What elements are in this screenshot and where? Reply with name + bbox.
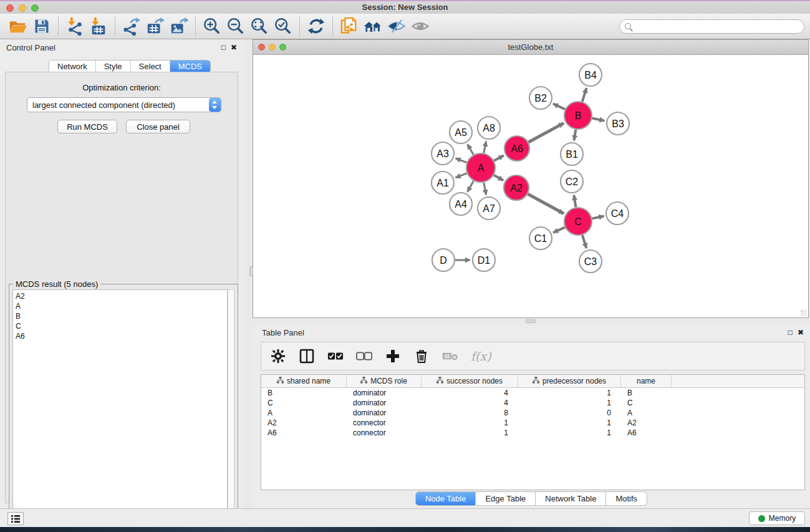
edge-A-A2[interactable]: [494, 175, 503, 181]
close-panel-button[interactable]: Close panel: [126, 120, 190, 133]
table-cell[interactable]: C: [621, 398, 672, 408]
edge-A6-B[interactable]: [528, 123, 564, 142]
deselect-all-rows-icon[interactable]: [356, 348, 372, 364]
result-list-item[interactable]: A: [16, 301, 227, 311]
table-cell[interactable]: 4: [422, 398, 518, 408]
table-cell[interactable]: connector: [347, 428, 422, 438]
table-options-gear-icon[interactable]: [270, 348, 286, 364]
hide-selected-eye-icon[interactable]: [385, 15, 408, 37]
close-window-button[interactable]: [6, 4, 14, 12]
zoom-window-button[interactable]: [31, 4, 39, 12]
table-header-row[interactable]: shared nameMCDS rolesuccessor nodesprede…: [261, 375, 804, 388]
column-header-predecessor-nodes[interactable]: predecessor nodes: [518, 375, 621, 387]
show-column-icon[interactable]: [299, 348, 315, 364]
vertical-divider-grip[interactable]: [249, 266, 253, 276]
edge-B-B1[interactable]: [574, 130, 576, 141]
delete-column-trash-icon[interactable]: [413, 348, 430, 364]
tab-edge-table[interactable]: Edge Table: [476, 491, 536, 506]
edge-A-A7[interactable]: [484, 183, 486, 195]
table-row[interactable]: Adominator80A: [261, 408, 804, 418]
edge-A-A3[interactable]: [456, 158, 467, 163]
edge-A2-C[interactable]: [528, 194, 564, 213]
result-list-item[interactable]: B: [16, 311, 227, 321]
table-row[interactable]: A6connector11A6: [261, 428, 804, 438]
table-cell[interactable]: A6: [621, 428, 672, 438]
edge-B-B3[interactable]: [592, 118, 605, 121]
table-cell[interactable]: 0: [518, 408, 621, 418]
table-cell[interactable]: C: [261, 398, 347, 408]
new-network-from-selection-icon[interactable]: [337, 15, 361, 37]
edge-C-C4[interactable]: [592, 216, 604, 218]
edge-A-A6[interactable]: [494, 155, 504, 160]
column-header-successor-nodes[interactable]: successor nodes: [422, 375, 518, 387]
close-panel-icon[interactable]: ✖: [231, 43, 237, 52]
export-image-icon[interactable]: [167, 15, 191, 37]
table-cell[interactable]: 1: [518, 418, 621, 428]
criterion-dropdown[interactable]: largest connected component (directed): [27, 97, 221, 112]
horizontal-divider-grip[interactable]: [526, 319, 536, 323]
import-network-icon[interactable]: [63, 15, 87, 37]
search-field[interactable]: [619, 19, 804, 34]
edge-C-C3[interactable]: [582, 235, 587, 248]
export-network-icon[interactable]: [120, 15, 143, 37]
close-panel-icon[interactable]: ✖: [798, 328, 804, 337]
tab-node-table[interactable]: Node Table: [415, 491, 476, 506]
table-cell[interactable]: A: [261, 408, 347, 418]
table-cell[interactable]: A2: [621, 418, 672, 428]
table-cell[interactable]: 1: [518, 388, 621, 398]
zoom-fit-icon[interactable]: [248, 15, 271, 37]
result-list-item[interactable]: A2: [16, 291, 227, 301]
select-all-rows-icon[interactable]: [327, 348, 344, 364]
zoom-out-icon[interactable]: [224, 15, 248, 37]
edge-A-A5[interactable]: [468, 144, 473, 155]
result-list-item[interactable]: A6: [16, 331, 227, 341]
apply-layout-icon[interactable]: [304, 15, 328, 37]
table-cell[interactable]: dominator: [347, 398, 422, 408]
table-cell[interactable]: dominator: [347, 388, 422, 398]
zoom-selected-icon[interactable]: [271, 15, 295, 37]
task-history-button[interactable]: [7, 512, 24, 525]
zoom-in-icon[interactable]: [200, 15, 224, 37]
result-list-item[interactable]: C: [16, 321, 227, 331]
save-session-icon[interactable]: [30, 15, 54, 37]
edge-B-B2[interactable]: [553, 104, 565, 109]
table-cell[interactable]: B: [621, 388, 672, 398]
table-cell[interactable]: 1: [422, 418, 518, 428]
tab-motifs[interactable]: Motifs: [606, 491, 647, 506]
table-row[interactable]: Cdominator41C: [261, 398, 804, 408]
tab-style[interactable]: Style: [96, 60, 131, 72]
open-session-icon[interactable]: [6, 15, 30, 37]
table-body[interactable]: Bdominator41BCdominator41CAdominator80AA…: [261, 388, 804, 438]
houses-icon[interactable]: [361, 15, 385, 37]
minimize-window-button[interactable]: [19, 4, 26, 12]
table-cell[interactable]: 1: [518, 398, 621, 408]
network-window-titlebar[interactable]: testGlobe.txt: [253, 40, 808, 55]
tab-select[interactable]: Select: [131, 60, 170, 72]
export-table-icon[interactable]: [143, 15, 167, 37]
edge-C-C1[interactable]: [553, 227, 565, 233]
zoom-view-button[interactable]: [279, 44, 286, 51]
edge-A-A8[interactable]: [484, 142, 486, 153]
column-header-shared-name[interactable]: shared name: [261, 375, 347, 387]
memory-button[interactable]: Memory: [749, 511, 805, 525]
table-cell[interactable]: A2: [261, 418, 347, 428]
edge-A-A4[interactable]: [468, 181, 474, 192]
tab-network-table[interactable]: Network Table: [536, 491, 606, 506]
edge-B-B4[interactable]: [582, 88, 587, 102]
table-cell[interactable]: dominator: [347, 408, 422, 418]
table-cell[interactable]: A: [621, 408, 672, 418]
table-cell[interactable]: 4: [422, 388, 518, 398]
node-table[interactable]: shared nameMCDS rolesuccessor nodesprede…: [261, 374, 805, 490]
network-canvas[interactable]: AA6A2BCA5A8A3A1A4A7B2B4B3B1C2C4C1C3DD1: [253, 55, 808, 317]
table-row[interactable]: A2connector11A2: [261, 418, 804, 428]
table-cell[interactable]: 1: [518, 428, 621, 438]
float-panel-icon[interactable]: □: [788, 328, 793, 337]
import-table-icon[interactable]: [87, 15, 110, 37]
column-header-name[interactable]: name: [621, 375, 672, 387]
delete-table-icon[interactable]: [442, 348, 458, 364]
close-view-button[interactable]: [258, 44, 265, 51]
resize-handle[interactable]: [801, 310, 807, 316]
edge-C-C2[interactable]: [574, 195, 576, 208]
show-all-eye-icon[interactable]: [408, 15, 432, 37]
result-scrollbar[interactable]: [228, 289, 234, 531]
